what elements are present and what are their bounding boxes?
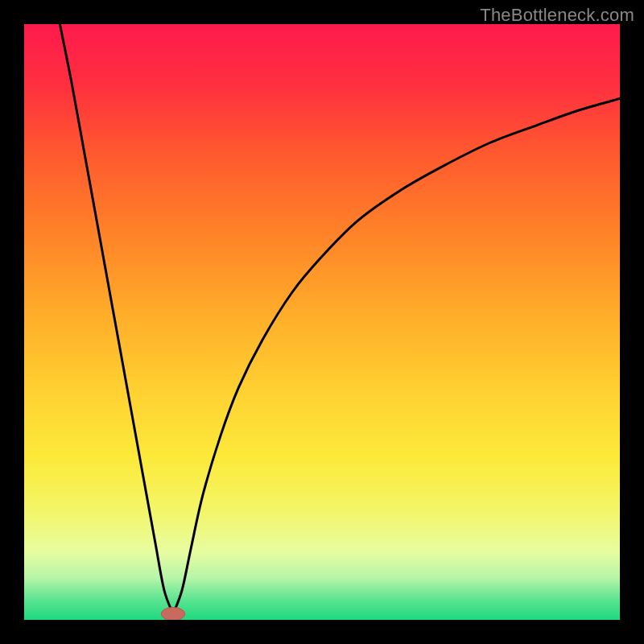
chart-background <box>24 24 620 620</box>
bottleneck-marker <box>161 607 185 620</box>
chart-plot-area <box>24 24 620 620</box>
chart-svg <box>24 24 620 620</box>
watermark-text: TheBottleneck.com <box>480 5 634 26</box>
outer-frame: TheBottleneck.com <box>0 0 644 644</box>
